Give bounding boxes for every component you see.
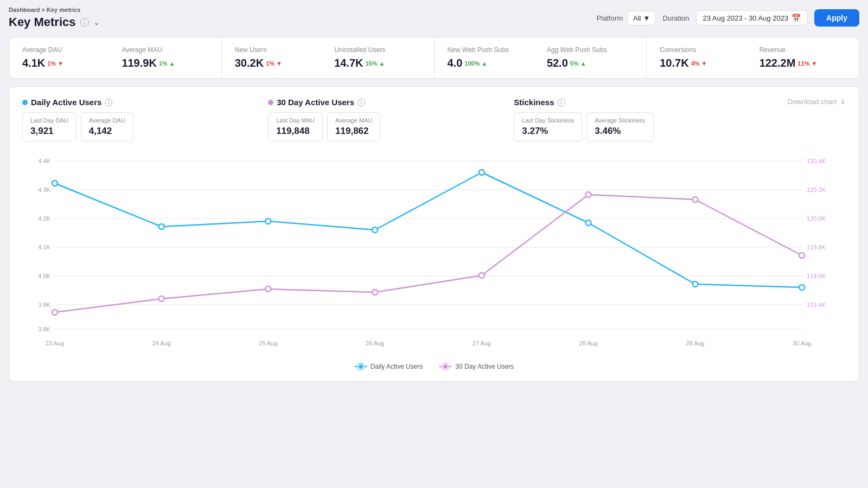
mau-info-icon[interactable]: i: [358, 99, 365, 106]
metric-average-mau-badge: 1% ▲: [159, 60, 175, 67]
stickiness-average-value: 3.46%: [595, 126, 645, 137]
metric-revenue-label: Revenue: [760, 46, 846, 54]
legend-dau-line: [354, 366, 367, 367]
stickiness-last-day-box: Last Day Stickiness 3.27%: [514, 112, 582, 142]
metric-new-web-push-label: New Web Push Subs: [448, 46, 534, 54]
metric-average-dau-label: Average DAU: [22, 46, 108, 54]
mau-last-day-label: Last Day MAU: [276, 117, 315, 124]
metric-new-web-push-badge: 100% ▲: [464, 60, 487, 67]
legend-mau-line: [439, 366, 452, 367]
mau-point-7: [799, 253, 805, 258]
legend-dau: Daily Active Users: [354, 363, 423, 370]
mau-dot: [268, 100, 273, 105]
legend-mau-label: 30 Day Active Users: [455, 363, 514, 370]
metric-conversions: Conversions 10.7K 4% ▼: [660, 46, 759, 69]
metric-group-1: Average DAU 4.1K 1% ▼ Average MAU 119.9K…: [9, 37, 222, 78]
metrics-row: Average DAU 4.1K 1% ▼ Average MAU 119.9K…: [9, 37, 859, 79]
metric-agg-web-push-label: Agg Web Push Subs: [547, 46, 633, 54]
breadcrumb-current: Key metrics: [47, 7, 80, 13]
legend-dau-label: Daily Active Users: [371, 363, 423, 370]
platform-select[interactable]: All ▼: [627, 11, 656, 25]
svg-text:28 Aug: 28 Aug: [579, 340, 598, 346]
dau-last-day-box: Last Day DAU 3,921: [22, 112, 76, 142]
metric-agg-web-push-value: 52.0 5% ▲: [547, 57, 633, 69]
metric-uninstalled-users-badge: 15% ▲: [366, 60, 385, 67]
platform-group: Platform All ▼: [597, 11, 656, 25]
svg-text:119.6K: 119.6K: [807, 273, 826, 279]
svg-text:29 Aug: 29 Aug: [686, 340, 704, 346]
calendar-icon: 📅: [792, 14, 801, 22]
dau-last-day-label: Last Day DAU: [30, 117, 68, 124]
header: Dashboard > Key metrics Key Metrics i ⌄ …: [9, 7, 859, 29]
metric-group-4: Conversions 10.7K 4% ▼ Revenue 122.2M 11…: [647, 37, 859, 78]
platform-chevron-icon: ▼: [643, 14, 650, 22]
metric-group-2: New Users 30.2K 1% ▼ Uninstalled Users 1…: [222, 37, 435, 78]
chart-section: Daily Active Users i Last Day DAU 3,921 …: [9, 86, 859, 382]
dau-header: Daily Active Users i Last Day DAU 3,921 …: [22, 98, 268, 142]
dau-point-2: [265, 219, 271, 224]
dau-point-3: [372, 227, 378, 233]
mau-line: [55, 195, 802, 312]
svg-text:26 Aug: 26 Aug: [366, 340, 384, 346]
page-title-info-icon[interactable]: i: [80, 18, 89, 27]
apply-button[interactable]: Apply: [814, 9, 859, 27]
svg-text:27 Aug: 27 Aug: [473, 340, 491, 346]
breadcrumb-separator: >: [42, 7, 47, 13]
stickiness-series-label: Stickiness i: [514, 98, 723, 107]
metric-agg-web-push-badge: 5% ▲: [570, 60, 586, 67]
page-title-chevron-icon[interactable]: ⌄: [93, 18, 100, 27]
dau-point-7: [799, 285, 805, 290]
metric-revenue-badge: 11% ▼: [797, 60, 817, 67]
dau-label: Daily Active Users: [31, 98, 101, 107]
metric-group-3: New Web Push Subs 4.0 100% ▲ Agg Web Pus…: [435, 37, 647, 78]
header-right: Platform All ▼ Duration 23 Aug 2023 - 30…: [597, 9, 859, 27]
metric-uninstalled-users: Uninstalled Users 14.7K 15% ▲: [334, 46, 420, 69]
stickiness-last-day-label: Last Day Stickiness: [522, 117, 574, 124]
chart-legend: Daily Active Users 30 Day Active Users: [22, 363, 846, 370]
metric-new-users-badge: 1% ▼: [266, 60, 282, 67]
download-chart-button[interactable]: Download chart ⇓: [788, 98, 846, 106]
dau-point-1: [159, 224, 164, 229]
mau-header: 30 Day Active Users i Last Day MAU 119,8…: [268, 98, 514, 142]
dau-stat-boxes: Last Day DAU 3,921 Average DAU 4,142: [22, 112, 268, 142]
mau-average-value: 119,862: [335, 126, 372, 137]
mau-point-0: [52, 310, 58, 315]
metric-revenue: Revenue 122.2M 11% ▼: [760, 46, 846, 69]
chart-headers: Daily Active Users i Last Day DAU 3,921 …: [22, 98, 846, 142]
stickiness-header: Stickiness i Last Day Stickiness 3.27% A…: [514, 98, 723, 142]
svg-text:119.8K: 119.8K: [807, 244, 826, 251]
stickiness-stat-boxes: Last Day Stickiness 3.27% Average Sticki…: [514, 112, 723, 142]
dau-info-icon[interactable]: i: [105, 99, 112, 106]
mau-point-3: [372, 290, 378, 295]
dau-last-day-value: 3,921: [30, 126, 68, 137]
svg-text:25 Aug: 25 Aug: [259, 340, 277, 346]
metric-uninstalled-users-value: 14.7K 15% ▲: [334, 57, 420, 69]
svg-text:30 Aug: 30 Aug: [793, 340, 811, 346]
svg-text:119.4K: 119.4K: [807, 301, 826, 308]
metric-average-dau-value: 4.1K 1% ▼: [22, 57, 108, 69]
svg-text:24 Aug: 24 Aug: [152, 340, 171, 346]
svg-text:4.1K: 4.1K: [38, 244, 50, 251]
mau-point-6: [692, 197, 698, 202]
dau-series-label: Daily Active Users i: [22, 98, 268, 107]
metric-average-dau-badge: 1% ▼: [47, 60, 63, 67]
metric-new-web-push-value: 4.0 100% ▲: [448, 57, 534, 69]
dau-average-box: Average DAU 4,142: [81, 112, 133, 142]
duration-value: 23 Aug 2023 - 30 Aug 2023: [703, 14, 789, 22]
breadcrumb: Dashboard > Key metrics: [9, 7, 100, 13]
metric-average-mau: Average MAU 119.9K 1% ▲: [122, 46, 208, 69]
platform-value: All: [633, 14, 641, 22]
dau-point-6: [692, 281, 698, 287]
breadcrumb-parent: Dashboard: [9, 7, 40, 13]
metric-average-mau-label: Average MAU: [122, 46, 208, 54]
stickiness-info-icon[interactable]: i: [558, 99, 565, 106]
header-left: Dashboard > Key metrics Key Metrics i ⌄: [9, 7, 100, 29]
dau-point-5: [586, 220, 591, 226]
mau-average-box: Average MAU 119,862: [327, 112, 380, 142]
dau-average-label: Average DAU: [89, 117, 125, 124]
stickiness-label: Stickiness: [514, 98, 554, 107]
metric-conversions-value: 10.7K 4% ▼: [660, 57, 746, 69]
svg-text:3.8K: 3.8K: [38, 326, 50, 332]
stickiness-average-label: Average Stickiness: [595, 117, 645, 124]
duration-input[interactable]: 23 Aug 2023 - 30 Aug 2023 📅: [696, 10, 808, 25]
